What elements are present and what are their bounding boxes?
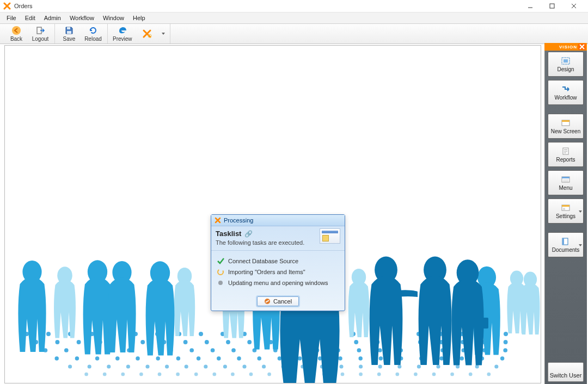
close-button[interactable] (563, 0, 585, 12)
menu-button[interactable]: Menu (548, 170, 584, 195)
reload-icon (88, 26, 98, 35)
new-screen-button[interactable]: New Screen (548, 114, 584, 139)
x-tool-icon (142, 29, 152, 39)
window-title: Orders (14, 3, 519, 9)
preview-button[interactable]: Preview (110, 24, 135, 44)
back-arrow-icon (11, 26, 21, 35)
svg-rect-5 (67, 31, 71, 34)
vision-side-panel: VISION Design Workflow New Screen Report… (544, 44, 587, 384)
preview-label: Preview (113, 36, 132, 42)
new-screen-label: New Screen (551, 128, 580, 134)
svg-point-2 (12, 26, 21, 35)
pending-dot-icon (217, 279, 224, 287)
cancel-button[interactable]: Cancel (257, 296, 299, 306)
menu-edit[interactable]: Edit (21, 14, 40, 22)
workspace: Processing Tasklist🔗 The following tasks… (0, 44, 588, 384)
switch-user-label: Switch User (550, 372, 582, 379)
check-icon (217, 257, 224, 265)
dialog-window-title: Processing (224, 217, 253, 224)
logout-icon (35, 26, 45, 35)
cancel-label: Cancel (273, 298, 292, 305)
window-thumbnail-icon (320, 228, 340, 244)
logout-button[interactable]: Logout (28, 24, 52, 44)
documents-label: Documents (552, 247, 580, 253)
task-running: Importing "Orders and Items" (217, 268, 339, 276)
logout-label: Logout (32, 36, 49, 42)
design-button[interactable]: Design (548, 52, 584, 77)
canvas-area: Processing Tasklist🔗 The following tasks… (4, 45, 541, 383)
minimize-button[interactable] (519, 0, 541, 12)
settings-icon (561, 203, 571, 212)
task-pending-label: Updating menu and opening windows (228, 280, 328, 286)
workflow-button[interactable]: Workflow (548, 80, 584, 105)
svg-rect-53 (562, 238, 564, 245)
workflow-label: Workflow (555, 95, 577, 101)
menu-file[interactable]: File (2, 14, 21, 22)
tool-dropdown[interactable] (159, 24, 168, 44)
maximize-button[interactable] (541, 0, 563, 12)
reports-icon (561, 147, 571, 156)
menubar: File Edit Admin Workflow Window Help (0, 12, 588, 24)
svg-point-16 (199, 332, 203, 336)
menu-help[interactable]: Help (128, 14, 150, 22)
workflow-icon (561, 85, 571, 94)
svg-point-33 (218, 269, 223, 275)
app-x-icon (215, 217, 221, 224)
design-icon (561, 57, 571, 65)
save-button[interactable]: Save (57, 24, 81, 44)
task-done-label: Connect Database Source (228, 258, 298, 264)
documents-icon (561, 237, 571, 246)
reload-label: Reload (84, 36, 102, 42)
edge-icon (118, 26, 127, 35)
new-screen-icon (561, 119, 571, 127)
save-label: Save (63, 36, 76, 42)
svg-rect-46 (562, 177, 569, 178)
reports-button[interactable]: Reports (548, 142, 584, 167)
task-done: Connect Database Source (217, 257, 339, 265)
reports-label: Reports (556, 157, 575, 163)
cancel-icon (264, 298, 271, 305)
floppy-icon (64, 26, 74, 35)
svg-point-9 (46, 332, 51, 336)
menu-tool-icon (561, 175, 571, 184)
processing-dialog: Processing Tasklist🔗 The following tasks… (211, 214, 345, 311)
reload-button[interactable]: Reload (81, 24, 105, 44)
task-list: Connect Database Source Importing "Order… (211, 251, 345, 293)
settings-label: Settings (556, 213, 575, 219)
dialog-title: Tasklist (216, 230, 241, 238)
switch-user-button[interactable]: Switch User (548, 362, 584, 382)
dialog-header: Tasklist🔗 The following tasks are execut… (211, 226, 345, 251)
menu-window[interactable]: Window (99, 14, 128, 22)
app-x-tool[interactable] (135, 24, 159, 44)
task-running-label: Importing "Orders and Items" (228, 269, 305, 275)
spinner-icon (217, 268, 224, 276)
vision-header: VISION (544, 43, 587, 51)
svg-rect-51 (563, 208, 565, 210)
dialog-titlebar[interactable]: Processing (211, 215, 345, 226)
app-x-icon (3, 2, 11, 10)
svg-rect-31 (474, 318, 488, 329)
svg-point-34 (218, 281, 223, 285)
menu-tool-label: Menu (559, 185, 572, 191)
svg-point-30 (504, 332, 508, 336)
svg-rect-40 (562, 120, 569, 122)
menu-admin[interactable]: Admin (40, 14, 65, 22)
settings-button[interactable]: Settings (548, 199, 584, 224)
chevron-down-icon[interactable] (579, 241, 582, 248)
vision-x-icon[interactable] (578, 44, 586, 50)
svg-rect-50 (562, 205, 569, 207)
chain-link-icon: 🔗 (244, 230, 253, 238)
documents-button[interactable]: Documents (548, 232, 584, 257)
toolbar: Back Logout Save Reload Preview (0, 24, 588, 44)
task-pending: Updating menu and opening windows (217, 279, 339, 287)
vision-header-label: VISION (559, 45, 577, 49)
design-label: Design (557, 66, 574, 72)
back-button[interactable]: Back (4, 24, 28, 44)
back-label: Back (10, 36, 22, 42)
menu-workflow[interactable]: Workflow (65, 14, 99, 22)
chevron-down-icon[interactable] (579, 208, 582, 214)
svg-rect-38 (564, 59, 568, 63)
titlebar: Orders (0, 0, 588, 12)
svg-rect-4 (67, 27, 70, 29)
svg-rect-1 (550, 4, 554, 8)
